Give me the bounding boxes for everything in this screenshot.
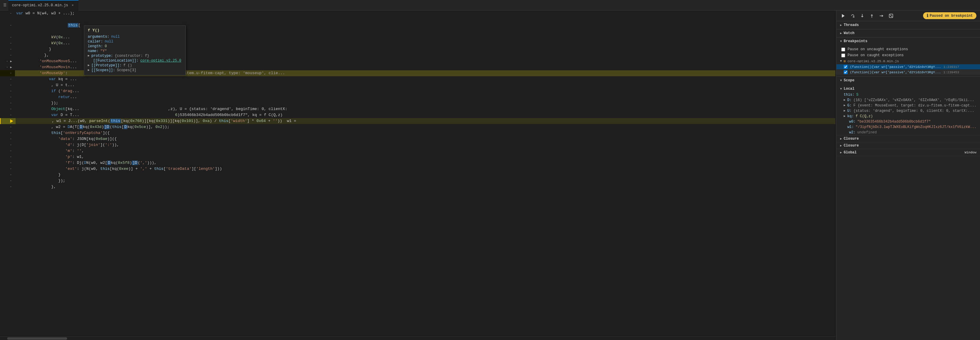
line-content: , w2 = DA(T[Dkq(0x43d)]D(this[Dkq(0x5ce)… bbox=[15, 124, 835, 130]
dash: - bbox=[9, 149, 13, 153]
scope-val: undefined bbox=[858, 130, 877, 134]
this-keyword: this bbox=[68, 23, 78, 27]
debug-buttons bbox=[840, 13, 894, 19]
tooltip-val: {constructor: f} bbox=[115, 54, 149, 58]
file-tab[interactable]: core-optimi.v2.25.0.min.js × bbox=[8, 0, 78, 11]
watch-header[interactable]: Watch bbox=[837, 29, 980, 37]
line-content: 'f': Dj(DN(w0, w2[Dkq(0x5f8)]D(','))), bbox=[15, 160, 835, 166]
global-header[interactable]: Global Window bbox=[837, 149, 980, 156]
scope-item-D: D: (16) ['vZZx0AXx', 'vXZx0AXk', '6IZx0A… bbox=[837, 98, 980, 103]
scope-header[interactable]: Scope bbox=[837, 77, 980, 84]
U-expand[interactable] bbox=[844, 109, 845, 112]
D-expand[interactable] bbox=[844, 98, 845, 102]
line-content: } bbox=[15, 172, 835, 178]
table-row: - 'data': JSON[kq(0x6ae)]({ bbox=[0, 136, 835, 142]
closure2-expand[interactable] bbox=[840, 144, 842, 147]
breakpoints-content: Pause on uncaught exceptions Pause on ca… bbox=[837, 45, 980, 76]
scrollbar-thumb[interactable] bbox=[7, 337, 67, 340]
watch-section: Watch bbox=[837, 29, 980, 37]
tooltip-key: [[Prototype]]: bbox=[91, 63, 122, 68]
threads-header[interactable]: Threads bbox=[837, 21, 980, 29]
tab-close-button[interactable]: × bbox=[70, 3, 75, 8]
expand-arrow[interactable]: ▶ bbox=[10, 60, 12, 63]
horizontal-scrollbar[interactable] bbox=[0, 337, 835, 340]
sidebar-toggle-icon[interactable]: ☰ bbox=[2, 3, 7, 8]
line-content: }, bbox=[15, 184, 835, 190]
hover-tooltip: f Y() arguments: null caller: null lengt… bbox=[84, 25, 186, 75]
local-expand[interactable] bbox=[840, 87, 842, 91]
table-row: - 'p': w1, bbox=[0, 154, 835, 160]
closure-scope-2: Closure bbox=[837, 142, 980, 149]
line-gutter: - bbox=[0, 154, 15, 160]
pause-caught-checkbox[interactable] bbox=[841, 54, 845, 57]
scope-item-kq: kq: f C(Q,z) bbox=[837, 114, 980, 119]
resume-button[interactable] bbox=[840, 13, 846, 19]
step-over-button[interactable] bbox=[850, 13, 856, 19]
expand-arrow[interactable]: ▶ bbox=[10, 65, 12, 69]
local-header[interactable]: Local bbox=[837, 85, 980, 92]
dash: - bbox=[9, 83, 13, 87]
closure1-expand[interactable] bbox=[840, 137, 842, 141]
dash: - bbox=[9, 35, 13, 40]
tooltip-key: caller: bbox=[88, 40, 103, 44]
expand-icon[interactable]: ▶ bbox=[88, 68, 89, 72]
breakpoint-item-1[interactable]: (function(){var w=['passive','d2YidzdvY3… bbox=[837, 64, 980, 70]
scope-key: w1: bbox=[847, 125, 854, 129]
scope-val: (16) ['vZZx0AXx', 'vXZx0AXk', '6IZx0AmX'… bbox=[853, 98, 974, 102]
tooltip-title: f Y() bbox=[88, 28, 182, 33]
step-instruction-button[interactable] bbox=[878, 13, 885, 19]
line-content: var w0 = N(w4, w3 + ...); bbox=[15, 11, 835, 16]
line-gutter: - bbox=[0, 88, 15, 94]
closure2-header[interactable]: Closure bbox=[837, 142, 980, 149]
scope-content[interactable]: Local this: S D: (16) ['vZZx0AXx', 'vXZx… bbox=[837, 84, 980, 340]
table-row: - }, bbox=[0, 184, 835, 190]
table-row: - Object[kq... ,z), U = {status: 'dragen… bbox=[0, 106, 835, 112]
step-into-button[interactable] bbox=[859, 13, 865, 19]
bp1-checkbox[interactable] bbox=[844, 65, 848, 69]
function-location-link[interactable]: core-optimi.v2.25.0 bbox=[140, 59, 181, 63]
global-expand[interactable] bbox=[840, 151, 842, 154]
step-out-button[interactable] bbox=[869, 13, 875, 19]
tooltip-val: 0 bbox=[105, 44, 107, 49]
expand-icon[interactable]: ▶ bbox=[88, 54, 89, 57]
scope-item-w0: w0: "be33635466b342b4add506b0bcb6d1f7" bbox=[837, 119, 980, 124]
tooltip-row: ▶ prototype: {constructor: f} bbox=[88, 54, 182, 58]
line-gutter: - bbox=[0, 100, 15, 106]
scope-item-G: G: F {event: MouseEvent, target: div.u-f… bbox=[837, 103, 980, 108]
breakpoint-item-2[interactable]: (function(){var w=['passive','d2YidzdvY3… bbox=[837, 70, 980, 75]
bp-file-label: core-optimi.v2.25.0.min.js bbox=[848, 60, 899, 63]
deactivate-breakpoints-button[interactable] bbox=[888, 13, 894, 19]
scope-val: f C(Q,z) bbox=[856, 114, 873, 119]
debugger-toolbar: ℹ Paused on breakpoint bbox=[837, 11, 980, 21]
kq-expand[interactable] bbox=[844, 114, 845, 118]
breakpoint-file-header: ⊞ core-optimi.v2.25.0.min.js bbox=[837, 58, 980, 64]
right-panel: ℹ Paused on breakpoint Threads Watch Bre… bbox=[836, 11, 980, 340]
info-icon: ℹ bbox=[927, 13, 928, 18]
table-row: - this['onVerifyCaptcha']({ bbox=[0, 130, 835, 136]
table-row: - 'd': j(D['join'](':')), bbox=[0, 142, 835, 148]
code-scroll-area[interactable]: - var w0 = N(w4, w3 + ...); - this[ f Y bbox=[0, 11, 835, 337]
dash: - bbox=[9, 95, 13, 99]
dash: - bbox=[9, 113, 13, 117]
scope-key: G: bbox=[847, 103, 851, 108]
dash: - bbox=[9, 173, 13, 177]
expand-icon[interactable]: ▶ bbox=[88, 63, 89, 67]
tooltip-val: null bbox=[111, 35, 120, 39]
line-gutter: - bbox=[0, 184, 15, 190]
breakpoints-header[interactable]: Breakpoints bbox=[837, 37, 980, 45]
bp2-checkbox[interactable] bbox=[844, 70, 848, 74]
scope-item-w2: w2: undefined bbox=[837, 130, 980, 135]
bp1-location: 1:239317 bbox=[943, 65, 959, 69]
main-area: - var w0 = N(w4, w3 + ...); - this[ f Y bbox=[0, 11, 980, 340]
svg-line-5 bbox=[890, 15, 892, 17]
table-row: - retur... bbox=[0, 94, 835, 100]
line-gutter: - bbox=[0, 142, 15, 148]
pause-uncaught-checkbox[interactable] bbox=[841, 47, 845, 51]
execution-arrow bbox=[10, 119, 13, 123]
scope-val: "be33635466b342b4add506b0bcb6d1f7" bbox=[858, 120, 931, 124]
closure1-header[interactable]: Closure bbox=[837, 136, 980, 142]
dash: - bbox=[9, 179, 13, 183]
G-expand[interactable] bbox=[844, 103, 845, 107]
line-content: 'data': JSON[kq(0x6ae)]({ bbox=[15, 136, 835, 142]
line-content: 'p': w1, bbox=[15, 154, 835, 160]
